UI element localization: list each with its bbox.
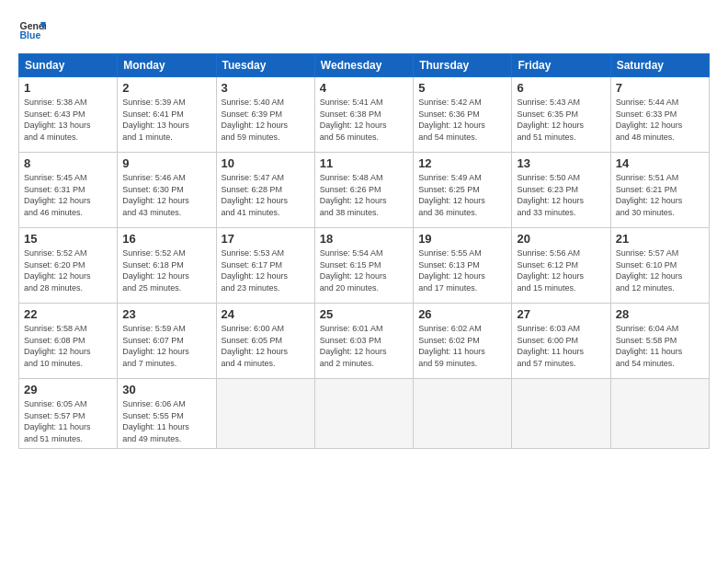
day-number: 26 (418, 307, 506, 321)
weekday-header: Sunday (19, 54, 118, 77)
weekday-header: Thursday (414, 54, 512, 77)
day-number: 13 (517, 156, 605, 170)
day-info: Sunrise: 5:47 AMSunset: 6:28 PMDaylight:… (222, 172, 310, 218)
calendar-cell: 21Sunrise: 5:57 AMSunset: 6:10 PMDayligh… (610, 228, 709, 304)
calendar-cell: 8Sunrise: 5:45 AMSunset: 6:31 PMDaylight… (19, 153, 118, 228)
calendar-cell (216, 379, 314, 449)
calendar-cell: 3Sunrise: 5:40 AMSunset: 6:39 PMDaylight… (216, 77, 314, 153)
calendar-cell: 26Sunrise: 6:02 AMSunset: 6:02 PMDayligh… (414, 304, 512, 379)
day-info: Sunrise: 5:54 AMSunset: 6:15 PMDaylight:… (320, 247, 408, 293)
calendar-cell: 30Sunrise: 6:06 AMSunset: 5:55 PMDayligh… (118, 379, 216, 449)
day-info: Sunrise: 6:01 AMSunset: 6:03 PMDaylight:… (320, 323, 408, 369)
calendar-cell: 10Sunrise: 5:47 AMSunset: 6:28 PMDayligh… (216, 153, 314, 228)
calendar-cell: 13Sunrise: 5:50 AMSunset: 6:23 PMDayligh… (512, 153, 610, 228)
day-number: 3 (222, 81, 310, 95)
day-info: Sunrise: 5:44 AMSunset: 6:33 PMDaylight:… (616, 97, 704, 143)
calendar-cell: 27Sunrise: 6:03 AMSunset: 6:00 PMDayligh… (512, 304, 610, 379)
day-number: 27 (517, 307, 605, 321)
calendar-cell: 25Sunrise: 6:01 AMSunset: 6:03 PMDayligh… (314, 304, 413, 379)
calendar-cell: 23Sunrise: 5:59 AMSunset: 6:07 PMDayligh… (118, 304, 216, 379)
calendar-cell: 6Sunrise: 5:43 AMSunset: 6:35 PMDaylight… (512, 77, 610, 153)
day-info: Sunrise: 6:04 AMSunset: 5:58 PMDaylight:… (616, 323, 704, 369)
calendar-week-row: 1Sunrise: 5:38 AMSunset: 6:43 PMDaylight… (19, 77, 710, 153)
day-number: 20 (517, 232, 605, 246)
day-info: Sunrise: 5:50 AMSunset: 6:23 PMDaylight:… (517, 172, 605, 218)
day-number: 25 (320, 307, 408, 321)
calendar-cell: 9Sunrise: 5:46 AMSunset: 6:30 PMDaylight… (118, 153, 216, 228)
calendar-week-row: 29Sunrise: 6:05 AMSunset: 5:57 PMDayligh… (19, 379, 710, 449)
calendar-cell: 24Sunrise: 6:00 AMSunset: 6:05 PMDayligh… (216, 304, 314, 379)
day-info: Sunrise: 5:53 AMSunset: 6:17 PMDaylight:… (222, 247, 310, 293)
day-number: 19 (418, 232, 506, 246)
calendar-cell (512, 379, 610, 449)
day-info: Sunrise: 5:41 AMSunset: 6:38 PMDaylight:… (320, 97, 408, 143)
weekday-header: Tuesday (216, 54, 314, 77)
day-number: 16 (122, 232, 210, 246)
day-number: 23 (122, 307, 210, 321)
day-number: 10 (222, 156, 310, 170)
day-number: 1 (24, 81, 112, 95)
calendar-cell: 17Sunrise: 5:53 AMSunset: 6:17 PMDayligh… (216, 228, 314, 304)
day-info: Sunrise: 6:00 AMSunset: 6:05 PMDaylight:… (222, 323, 310, 369)
calendar-cell: 11Sunrise: 5:48 AMSunset: 6:26 PMDayligh… (314, 153, 413, 228)
calendar-cell: 1Sunrise: 5:38 AMSunset: 6:43 PMDaylight… (19, 77, 118, 153)
day-info: Sunrise: 5:42 AMSunset: 6:36 PMDaylight:… (418, 97, 506, 143)
day-info: Sunrise: 5:56 AMSunset: 6:12 PMDaylight:… (517, 247, 605, 293)
day-number: 9 (122, 156, 210, 170)
logo-icon: General Blue (18, 17, 46, 44)
calendar-cell: 28Sunrise: 6:04 AMSunset: 5:58 PMDayligh… (610, 304, 709, 379)
day-number: 7 (616, 81, 704, 95)
day-number: 15 (24, 232, 112, 246)
calendar-cell: 22Sunrise: 5:58 AMSunset: 6:08 PMDayligh… (19, 304, 118, 379)
day-info: Sunrise: 5:59 AMSunset: 6:07 PMDaylight:… (122, 323, 210, 369)
day-number: 28 (616, 307, 704, 321)
calendar-cell: 2Sunrise: 5:39 AMSunset: 6:41 PMDaylight… (118, 77, 216, 153)
calendar-cell: 16Sunrise: 5:52 AMSunset: 6:18 PMDayligh… (118, 228, 216, 304)
day-number: 30 (122, 383, 210, 396)
day-info: Sunrise: 5:58 AMSunset: 6:08 PMDaylight:… (24, 323, 112, 369)
day-info: Sunrise: 5:45 AMSunset: 6:31 PMDaylight:… (24, 172, 112, 218)
weekday-header: Wednesday (314, 54, 413, 77)
day-number: 5 (418, 81, 506, 95)
calendar-cell: 14Sunrise: 5:51 AMSunset: 6:21 PMDayligh… (610, 153, 709, 228)
day-info: Sunrise: 5:43 AMSunset: 6:35 PMDaylight:… (517, 97, 605, 143)
day-info: Sunrise: 6:03 AMSunset: 6:00 PMDaylight:… (517, 323, 605, 369)
weekday-header: Monday (118, 54, 216, 77)
calendar-table: SundayMondayTuesdayWednesdayThursdayFrid… (18, 53, 710, 449)
calendar-body: 1Sunrise: 5:38 AMSunset: 6:43 PMDaylight… (19, 77, 710, 449)
day-number: 17 (222, 232, 310, 246)
day-number: 14 (616, 156, 704, 170)
calendar-cell (414, 379, 512, 449)
calendar-week-row: 22Sunrise: 5:58 AMSunset: 6:08 PMDayligh… (19, 304, 710, 379)
day-number: 29 (24, 383, 112, 396)
day-number: 6 (517, 81, 605, 95)
calendar-cell: 19Sunrise: 5:55 AMSunset: 6:13 PMDayligh… (414, 228, 512, 304)
day-info: Sunrise: 5:40 AMSunset: 6:39 PMDaylight:… (222, 97, 310, 143)
day-info: Sunrise: 6:06 AMSunset: 5:55 PMDaylight:… (122, 398, 210, 444)
calendar-cell: 4Sunrise: 5:41 AMSunset: 6:38 PMDaylight… (314, 77, 413, 153)
calendar-week-row: 15Sunrise: 5:52 AMSunset: 6:20 PMDayligh… (19, 228, 710, 304)
day-info: Sunrise: 6:02 AMSunset: 6:02 PMDaylight:… (418, 323, 506, 369)
day-info: Sunrise: 6:05 AMSunset: 5:57 PMDaylight:… (24, 398, 112, 444)
day-number: 21 (616, 232, 704, 246)
logo: General Blue (18, 17, 46, 44)
day-number: 12 (418, 156, 506, 170)
calendar-week-row: 8Sunrise: 5:45 AMSunset: 6:31 PMDaylight… (19, 153, 710, 228)
day-number: 18 (320, 232, 408, 246)
weekday-header-row: SundayMondayTuesdayWednesdayThursdayFrid… (19, 54, 710, 77)
calendar-cell: 29Sunrise: 6:05 AMSunset: 5:57 PMDayligh… (19, 379, 118, 449)
day-number: 22 (24, 307, 112, 321)
day-number: 4 (320, 81, 408, 95)
day-number: 24 (222, 307, 310, 321)
day-info: Sunrise: 5:39 AMSunset: 6:41 PMDaylight:… (122, 97, 210, 143)
day-info: Sunrise: 5:48 AMSunset: 6:26 PMDaylight:… (320, 172, 408, 218)
svg-text:Blue: Blue (20, 29, 41, 40)
day-info: Sunrise: 5:52 AMSunset: 6:20 PMDaylight:… (24, 247, 112, 293)
header: General Blue (18, 17, 710, 44)
page: General Blue SundayMondayTuesdayWednesda… (0, 0, 728, 563)
weekday-header: Saturday (610, 54, 709, 77)
day-number: 2 (122, 81, 210, 95)
calendar-cell (314, 379, 413, 449)
day-info: Sunrise: 5:52 AMSunset: 6:18 PMDaylight:… (122, 247, 210, 293)
day-info: Sunrise: 5:49 AMSunset: 6:25 PMDaylight:… (418, 172, 506, 218)
